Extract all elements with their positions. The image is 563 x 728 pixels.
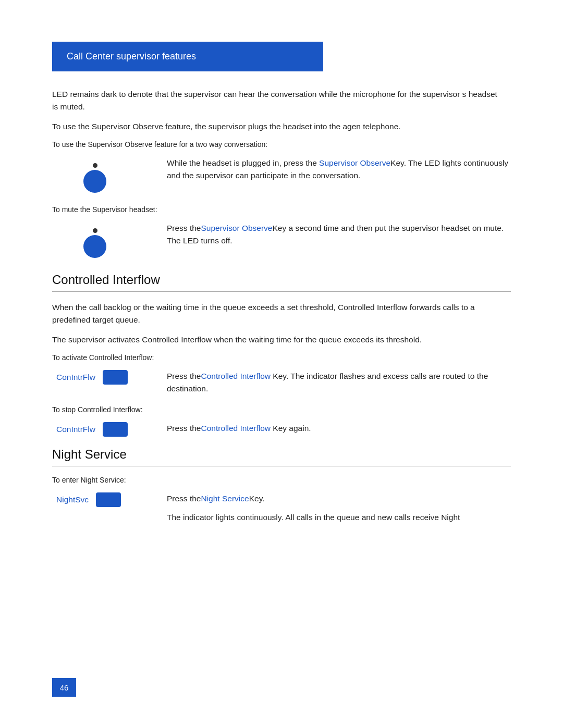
bullet-circle-1 bbox=[83, 170, 106, 193]
ci-activate-link: Controlled Interflow bbox=[201, 372, 271, 380]
ns-key-left: NightSvc bbox=[52, 492, 156, 507]
night-service-section: Night Service bbox=[52, 447, 511, 466]
ci-activate-row: ConIntrFlw Press theControlled Interflow… bbox=[52, 370, 511, 395]
ci-stop-row: ConIntrFlw Press theControlled Interflow… bbox=[52, 422, 511, 437]
ns-desc-prefix: Press the bbox=[167, 494, 201, 503]
ns-description: Press theNight ServiceKey. The indicator… bbox=[156, 492, 511, 531]
ci-activate-key-button bbox=[103, 370, 128, 385]
two-way-label: To use the Supervisor Observe feature fo… bbox=[52, 140, 511, 149]
bullet2-link: Supervisor Observe bbox=[201, 224, 272, 232]
ci-activate-label: To activate Controlled Interflow: bbox=[52, 353, 511, 362]
ci-activate-description: Press theControlled Interflow Key. The i… bbox=[156, 370, 511, 395]
ns-key-row: NightSvc Press theNight ServiceKey. The … bbox=[52, 492, 511, 531]
page-number: 46 bbox=[60, 683, 69, 692]
ns-link: Night Service bbox=[201, 494, 249, 503]
controlled-interflow-title: Controlled Interflow bbox=[52, 273, 511, 287]
ci-activate-desc-prefix: Press the bbox=[167, 372, 201, 380]
bullet1-link: Supervisor Observe bbox=[319, 158, 390, 167]
controlled-interflow-section: Controlled Interflow bbox=[52, 273, 511, 292]
intro-paragraph2: To use the Supervisor Observe feature, t… bbox=[52, 120, 500, 133]
ns-desc-paragraph2: The indicator lights continuously. All c… bbox=[167, 511, 511, 524]
ci-stop-description: Press theControlled Interflow Key again. bbox=[156, 422, 511, 435]
ci-stop-desc-suffix: Key again. bbox=[271, 424, 311, 433]
bullet-section-2: Press theSupervisor ObserveKey a second … bbox=[52, 222, 511, 258]
bullet-circle-2 bbox=[83, 235, 106, 258]
bullet-right-2: Press theSupervisor ObserveKey a second … bbox=[156, 222, 511, 247]
bullet-small-dot-1 bbox=[93, 163, 97, 168]
bullet-section-1: While the headset is plugged in, press t… bbox=[52, 157, 511, 193]
header-banner: Call Center supervisor features bbox=[52, 42, 323, 71]
mute-label: To mute the Supervisor headset: bbox=[52, 205, 511, 214]
ns-desc-suffix: Key. bbox=[249, 494, 265, 503]
header-banner-text: Call Center supervisor features bbox=[67, 51, 196, 61]
ns-key-button bbox=[96, 492, 121, 507]
bullet-dot-wrapper-2 bbox=[83, 227, 106, 258]
ci-stop-label: To stop Controlled Interflow: bbox=[52, 405, 511, 414]
ns-desc-line1: Press theNight ServiceKey. bbox=[167, 492, 511, 505]
bullet1-prefix: While the headset is plugged in, press t… bbox=[167, 158, 319, 167]
ci-paragraph1: When the call backlog or the waiting tim… bbox=[52, 301, 500, 326]
ci-stop-key-left: ConIntrFlw bbox=[52, 422, 156, 437]
ci-stop-key-button bbox=[103, 422, 128, 437]
bullet-small-dot-2 bbox=[93, 228, 97, 233]
ci-paragraph2: The supervisor activates Controlled Inte… bbox=[52, 334, 500, 346]
bullet-left-2 bbox=[52, 222, 156, 258]
controlled-interflow-hr bbox=[52, 291, 511, 292]
bullet-dot-wrapper-1 bbox=[83, 162, 106, 193]
intro-paragraph1: LED remains dark to denote that the supe… bbox=[52, 88, 500, 113]
ns-enter-label: To enter Night Service: bbox=[52, 476, 511, 484]
page-container: Call Center supervisor features LED rema… bbox=[0, 0, 563, 728]
page-number-box: 46 bbox=[52, 678, 76, 697]
ci-activate-key-label: ConIntrFlw bbox=[56, 373, 95, 382]
bullet2-prefix: Press the bbox=[167, 224, 201, 232]
ci-stop-desc-prefix: Press the bbox=[167, 424, 201, 433]
ns-key-label: NightSvc bbox=[56, 495, 89, 504]
bullet-left-1 bbox=[52, 157, 156, 193]
bullet-right-1: While the headset is plugged in, press t… bbox=[156, 157, 511, 182]
night-service-hr bbox=[52, 466, 511, 466]
ci-stop-link: Controlled Interflow bbox=[201, 424, 271, 433]
ci-activate-key-left: ConIntrFlw bbox=[52, 370, 156, 385]
ci-stop-key-label: ConIntrFlw bbox=[56, 425, 95, 434]
night-service-title: Night Service bbox=[52, 447, 511, 462]
